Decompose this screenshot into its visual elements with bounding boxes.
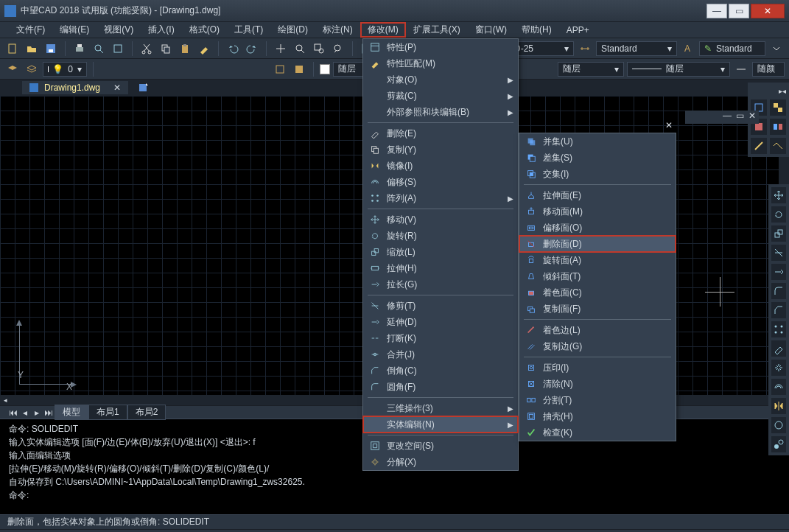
trim-icon[interactable] xyxy=(771,245,786,261)
solid-item-20[interactable]: 检查(K) xyxy=(519,424,676,441)
tool-icon[interactable] xyxy=(770,138,786,154)
panel-close-icon[interactable]: ✕ xyxy=(748,111,756,124)
solid-item-16[interactable]: 压印(I) xyxy=(519,360,676,376)
block-icon[interactable] xyxy=(272,61,288,77)
save-icon[interactable] xyxy=(43,41,59,57)
solid-item-9[interactable]: 倾斜面(T) xyxy=(519,268,676,284)
cut-icon[interactable] xyxy=(138,41,155,57)
solid-item-13[interactable]: 着色边(L) xyxy=(519,322,676,338)
overflow-icon[interactable] xyxy=(768,41,785,57)
panel-iconify-icon[interactable]: ▸◂ xyxy=(779,87,786,95)
modify-item-1[interactable]: 特性匹配(M) xyxy=(363,55,518,71)
solid-item-11[interactable]: 复制面(F) xyxy=(519,301,676,317)
menu-编辑[interactable]: 编辑(E) xyxy=(52,22,97,38)
menu-插入[interactable]: 插入(I) xyxy=(141,22,181,38)
preview-icon[interactable] xyxy=(91,41,107,57)
tablestyle-combo[interactable]: ✎Standard xyxy=(699,41,765,56)
open-icon[interactable] xyxy=(24,41,40,57)
erase2-icon[interactable] xyxy=(771,340,786,357)
layout-last-icon[interactable]: ⏭ xyxy=(43,407,55,419)
modify-item-9[interactable]: 偏移(S) xyxy=(363,174,518,190)
modify-item-15[interactable]: 拉伸(H) xyxy=(363,260,518,276)
modify-item-28[interactable]: 更改空间(S) xyxy=(363,438,518,454)
close-tab-icon[interactable]: ✕ xyxy=(113,83,121,93)
tool-icon[interactable] xyxy=(770,99,786,116)
menu-绘图[interactable]: 绘图(D) xyxy=(270,22,315,38)
menu-视图[interactable]: 视图(V) xyxy=(97,22,141,38)
modify-item-21[interactable]: 合并(J) xyxy=(363,346,518,363)
submenu-close-icon[interactable]: ✕ xyxy=(665,120,673,130)
extend-icon[interactable] xyxy=(771,264,786,280)
modify-item-14[interactable]: 缩放(L) xyxy=(363,244,518,260)
modify-item-26[interactable]: 实体编辑(N)▶ xyxy=(363,416,518,433)
textstyle-icon[interactable]: A xyxy=(680,41,696,57)
insert-icon[interactable] xyxy=(291,61,307,77)
move-icon[interactable] xyxy=(771,187,786,203)
modify-item-7[interactable]: 复制(Y) xyxy=(363,141,518,158)
solid-item-7[interactable]: 删除面(D) xyxy=(519,236,676,252)
layout-next-icon[interactable]: ▸ xyxy=(31,407,43,419)
modify-item-20[interactable]: 打断(K) xyxy=(363,330,518,346)
solid-item-8[interactable]: 旋转面(A) xyxy=(519,252,676,268)
modify-item-18[interactable]: 修剪(T) xyxy=(363,298,518,314)
layerstate-icon[interactable] xyxy=(24,61,40,77)
chamfer-icon[interactable] xyxy=(771,302,786,318)
scale-icon[interactable] xyxy=(771,225,786,242)
solid-item-2[interactable]: 交集(I) xyxy=(519,166,676,182)
modify-item-2[interactable]: 对象(O)▶ xyxy=(363,71,518,88)
panel-minimize-icon[interactable]: — xyxy=(723,111,732,124)
modify-item-12[interactable]: 移动(V) xyxy=(363,211,518,228)
pan-icon[interactable] xyxy=(273,41,289,57)
tab-layout1[interactable]: 布局1 xyxy=(88,405,127,420)
mirror2-icon[interactable] xyxy=(771,398,786,414)
undo-icon[interactable] xyxy=(225,41,241,57)
close-button[interactable]: ✕ xyxy=(751,4,785,18)
menu-工具[interactable]: 工具(T) xyxy=(227,22,270,38)
layer-combo[interactable]: 💡0▾ xyxy=(43,62,87,77)
scroll-left-icon[interactable]: ◂ xyxy=(0,395,10,405)
solid-item-19[interactable]: 抽壳(H) xyxy=(519,408,676,424)
layer-icon[interactable] xyxy=(4,61,21,77)
rotate-icon[interactable] xyxy=(771,206,786,223)
minimize-button[interactable]: — xyxy=(706,4,727,18)
zoomprev-icon[interactable] xyxy=(330,41,346,57)
fillet-icon[interactable] xyxy=(771,283,786,299)
layout-prev-icon[interactable]: ◂ xyxy=(19,407,31,419)
color-swatch[interactable] xyxy=(320,64,330,74)
modify-item-4[interactable]: 外部参照和块编辑(B)▶ xyxy=(363,104,518,120)
modify-item-3[interactable]: 剪裁(C)▶ xyxy=(363,88,518,104)
tab-model[interactable]: 模型 xyxy=(55,405,88,420)
solid-item-0[interactable]: 并集(U) xyxy=(519,133,676,150)
menu-窗口[interactable]: 窗口(W) xyxy=(468,22,514,38)
solid-item-5[interactable]: 移动面(M) xyxy=(519,203,676,220)
tool-icon[interactable] xyxy=(770,119,786,135)
maximize-button[interactable]: ▭ xyxy=(729,4,749,18)
menu-APP+[interactable]: APP+ xyxy=(559,22,597,38)
modify-item-6[interactable]: 删除(E) xyxy=(363,125,518,141)
redo-icon[interactable] xyxy=(244,41,260,57)
menu-帮助[interactable]: 帮助(H) xyxy=(514,22,559,38)
modify-item-29[interactable]: 分解(X) xyxy=(363,454,518,470)
modify-item-23[interactable]: 圆角(F) xyxy=(363,379,518,395)
tool-icon[interactable] xyxy=(751,138,767,154)
ltmanage-icon[interactable] xyxy=(733,61,749,77)
doc-tab[interactable]: Drawing1.dwg ✕ xyxy=(22,81,128,94)
new-icon[interactable] xyxy=(4,41,21,57)
lineweight-combo[interactable]: 随层▾ xyxy=(627,62,730,77)
publish-icon[interactable] xyxy=(110,41,126,57)
panel-restore-icon[interactable]: ▭ xyxy=(736,111,744,124)
solid-item-14[interactable]: 复制边(G) xyxy=(519,338,676,354)
solid-item-6[interactable]: 偏移面(O) xyxy=(519,220,676,236)
print-icon[interactable] xyxy=(71,41,88,57)
modify-item-25[interactable]: 三维操作(3)▶ xyxy=(363,400,518,416)
modify-item-16[interactable]: 拉长(G) xyxy=(363,276,518,293)
zoomwin-icon[interactable] xyxy=(311,41,327,57)
copy-icon[interactable] xyxy=(158,41,174,57)
menu-文件[interactable]: 文件(F) xyxy=(9,22,52,38)
new-tab-icon[interactable] xyxy=(136,80,152,96)
menu-标注[interactable]: 标注(N) xyxy=(315,22,360,38)
solid-item-4[interactable]: 拉伸面(E) xyxy=(519,187,676,203)
textstyle-combo[interactable]: Standard▾ xyxy=(596,41,677,56)
array-icon[interactable] xyxy=(771,321,786,337)
modify-item-13[interactable]: 旋转(R) xyxy=(363,228,518,244)
